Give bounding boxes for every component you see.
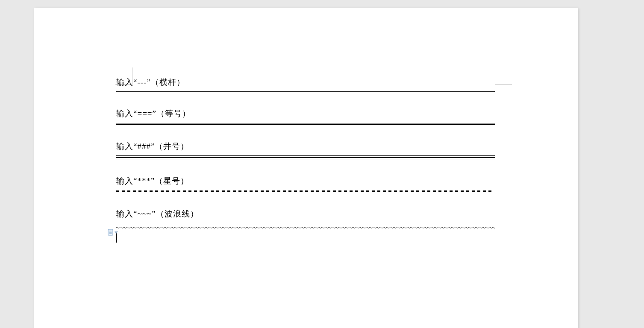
paragraph-text: 输入“---”（横杆）: [116, 76, 495, 89]
paragraph-item: 输入“***”（星号）: [116, 175, 495, 192]
document-content-area[interactable]: 输入“---”（横杆） 输入“===”（等号） 输入“###”（井号） 输入“*…: [116, 76, 495, 244]
paragraph-text: 输入“***”（星号）: [116, 175, 495, 187]
paragraph-text: 输入“###”（井号）: [116, 140, 495, 153]
horizontal-rule-wavy: [116, 226, 495, 229]
margin-corner-top-right: [495, 67, 512, 85]
document-page: 输入“---”（横杆） 输入“===”（等号） 输入“###”（井号） 输入“*…: [34, 8, 578, 328]
horizontal-rule-thin: [116, 91, 495, 92]
paragraph-text: 输入“===”（等号）: [116, 107, 495, 120]
horizontal-rule-double: [116, 123, 495, 125]
paragraph-item: 输入“###”（井号）: [116, 140, 495, 159]
chevron-down-icon: [115, 231, 118, 234]
autocorrect-options-button[interactable]: [108, 229, 118, 236]
paragraph-item: 输入“===”（等号）: [116, 107, 495, 124]
paragraph-text: 输入“~~~”（波浪线）: [116, 208, 495, 220]
paragraph-item: 输入“---”（横杆）: [116, 76, 495, 92]
paragraph-item: 输入“~~~”（波浪线）: [116, 208, 495, 231]
document-icon: [108, 229, 114, 236]
horizontal-rule-triple: [116, 155, 495, 159]
horizontal-rule-dotted: [116, 190, 494, 192]
